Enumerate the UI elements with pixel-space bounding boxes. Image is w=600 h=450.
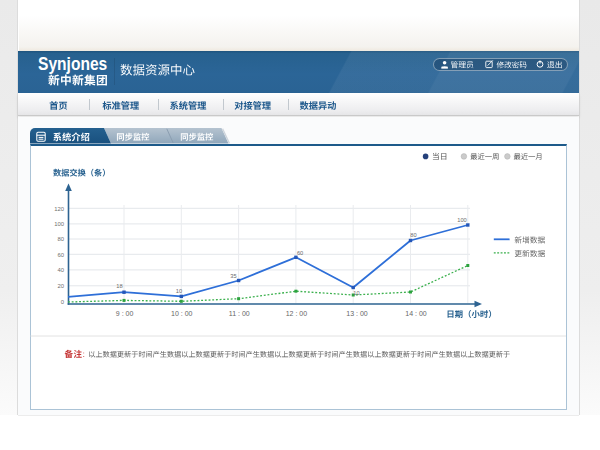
svg-text:0: 0: [61, 299, 65, 305]
svg-text:10: 10: [176, 288, 182, 294]
svg-text:80: 80: [57, 236, 64, 242]
svg-text:18: 18: [116, 283, 122, 289]
svg-text:80: 80: [410, 232, 416, 238]
svg-text:12 : 00: 12 : 00: [286, 310, 308, 317]
svg-text:10: 10: [353, 290, 359, 296]
svg-text:100: 100: [457, 217, 467, 223]
svg-text:20: 20: [57, 283, 64, 289]
svg-text:11 : 00: 11 : 00: [229, 310, 250, 317]
svg-text:100: 100: [54, 221, 65, 227]
svg-text:13 : 00: 13 : 00: [346, 310, 368, 317]
svg-text:9 : 00: 9 : 00: [116, 310, 134, 317]
svg-text:14 : 00: 14 : 00: [405, 310, 427, 317]
svg-text:120: 120: [54, 206, 65, 212]
svg-text:40: 40: [57, 267, 64, 273]
svg-text:60: 60: [57, 252, 64, 258]
svg-text:35: 35: [230, 273, 236, 279]
svg-text:10 : 00: 10 : 00: [171, 310, 193, 317]
svg-text:60: 60: [297, 250, 303, 256]
